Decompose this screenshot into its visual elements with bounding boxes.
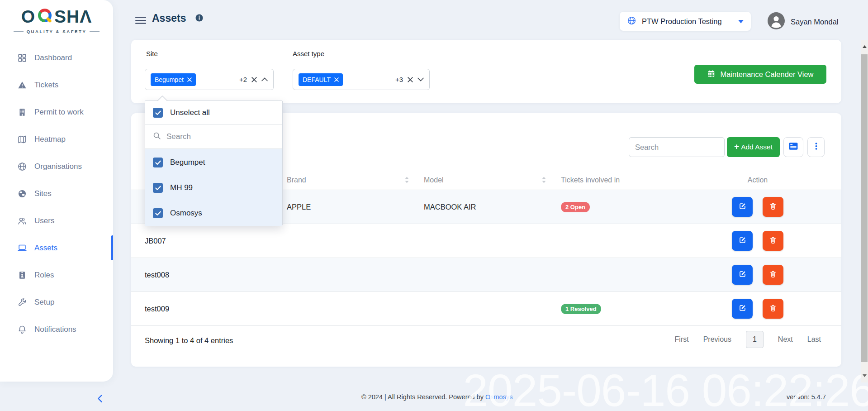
pagination-last[interactable]: Last [807,335,821,344]
unselect-all-option[interactable]: Unselect all [145,101,282,125]
chip-remove-icon[interactable] [187,76,192,83]
sidebar-item-label: Heatmap [34,135,66,144]
column-header-label: Brand [287,176,306,184]
pagination-1[interactable]: 1 [746,331,764,348]
sidebar-item-tickets[interactable]: Tickets [0,74,113,96]
checkbox-checked-icon[interactable] [153,208,163,218]
delete-asset-button[interactable] [763,299,783,319]
checkbox-checked-icon[interactable] [153,158,163,167]
scrollbar-thumb[interactable] [861,54,868,362]
checkbox-checked-icon[interactable] [153,108,163,118]
asset-type-multiselect[interactable]: DEFAULT +3 [293,69,430,90]
edit-asset-button[interactable] [732,231,753,251]
sidebar-item-heatmap[interactable]: Heatmap [0,128,113,150]
sidebar-item-sites[interactable]: Sites [0,182,113,205]
asset-table-row: JB007 [131,224,841,258]
trash-icon [769,236,777,246]
dropdown-options: Begumpet MH 99 Osmosys [145,149,282,226]
cell-brand [287,224,424,258]
pagination-next[interactable]: Next [778,335,793,344]
sort-icon[interactable] [405,177,409,183]
vertical-scrollbar[interactable] [861,40,868,382]
site-multiselect[interactable]: Begumpet +2 [145,69,274,90]
edit-pencil-icon [738,304,747,314]
organisation-name: PTW Production Testing [642,17,733,26]
menu-toggle-button[interactable] [135,16,146,24]
delete-asset-button[interactable] [763,265,783,285]
sidebar-item-label: Sites [34,189,52,198]
scroll-down-button[interactable] [861,369,868,382]
sort-icon[interactable] [542,177,546,183]
cell-tickets: 1 Resolved [561,292,697,325]
delete-asset-button[interactable] [763,231,783,251]
clear-selection-icon[interactable] [408,77,413,82]
asset-type-chip[interactable]: DEFAULT [299,73,343,86]
maintenance-calendar-button[interactable]: Maintenance Calender View [694,65,826,84]
sidebar-item-label: Dashboard [34,53,72,62]
dropdown-option-mh-99[interactable]: MH 99 [145,175,282,201]
chip-remove-icon[interactable] [334,76,339,83]
sidebar-item-setup[interactable]: Setup [0,291,113,313]
cell-tickets [561,258,697,292]
asset-table-row: test009 1 Resolved [131,292,841,326]
dropdown-search-input[interactable] [166,132,275,141]
sidebar-item-assets[interactable]: Assets [0,237,113,259]
warning-icon [17,80,28,91]
add-asset-button[interactable]: + Add Asset [727,137,780,157]
edit-asset-button[interactable] [732,197,753,217]
sidebar-collapse-button[interactable] [92,392,107,406]
chevron-left-icon [97,395,102,404]
unselect-all-label: Unselect all [170,108,210,117]
map-icon [17,134,28,145]
ticket-status-badge: 2 Open [561,202,590,212]
asset-type-filter-label: Asset type [293,50,324,57]
wrench-icon [17,297,28,308]
info-icon[interactable] [195,14,203,24]
user-name: Sayan Mondal [791,18,839,26]
globe-outline-icon [17,161,28,172]
sidebar-item-users[interactable]: Users [0,210,113,232]
asset-type-more-count: +3 [395,76,403,83]
delete-asset-button[interactable] [763,197,783,217]
scroll-up-button[interactable] [861,40,868,53]
sidebar-item-notifications[interactable]: Notifications [0,318,113,340]
logo-letters-sha: SHΛ [54,7,92,27]
edit-asset-button[interactable] [732,265,753,285]
pagination-previous[interactable]: Previous [703,335,731,344]
brand-logo: O SHΛ QUALITY & SAFETY [0,0,113,34]
more-options-button[interactable] [807,137,825,157]
avatar [768,12,785,31]
edit-asset-button[interactable] [732,299,753,319]
card-view-button[interactable] [783,137,803,157]
page-title: Assets [152,12,186,24]
dropdown-option-osmosys[interactable]: Osmosys [145,201,282,226]
cell-model [424,258,561,292]
chevron-up-icon[interactable] [261,77,268,81]
column-header-action[interactable]: Action [699,170,816,190]
table-search-input[interactable] [629,137,725,157]
site-chip[interactable]: Begumpet [151,73,196,86]
clear-selection-icon[interactable] [251,77,257,82]
copyright-text: © 2024 | All Rights Reserved. Powered by [361,393,484,401]
sidebar-item-organisations[interactable]: Organisations [0,155,113,177]
kebab-menu-icon [815,142,817,153]
cell-tickets: 2 Open [561,190,697,224]
sidebar-nav: Dashboard Tickets Permit to work Heatmap… [0,47,113,345]
add-asset-label: Add Asset [741,143,773,151]
organisation-selector[interactable]: PTW Production Testing [620,12,751,31]
cell-model: MACBOOK AIR [424,190,561,224]
column-header-model[interactable]: Model [424,170,561,190]
column-header-brand[interactable]: Brand [287,170,424,190]
hamburger-icon [135,18,146,26]
plus-icon: + [734,142,739,152]
user-menu[interactable]: Sayan Mondal [768,12,839,31]
checkbox-checked-icon[interactable] [153,183,163,193]
sidebar-item-roles[interactable]: Roles [0,264,113,286]
sidebar-item-permit-to-work[interactable]: Permit to work [0,101,113,123]
chevron-down-icon[interactable] [417,77,424,81]
sidebar-item-dashboard[interactable]: Dashboard [0,47,113,69]
osmosys-link[interactable]: Osmosys [485,393,512,401]
pagination-first[interactable]: First [675,335,689,344]
dropdown-option-begumpet[interactable]: Begumpet [145,150,282,175]
column-header-tickets[interactable]: Tickets involved in [561,170,697,190]
